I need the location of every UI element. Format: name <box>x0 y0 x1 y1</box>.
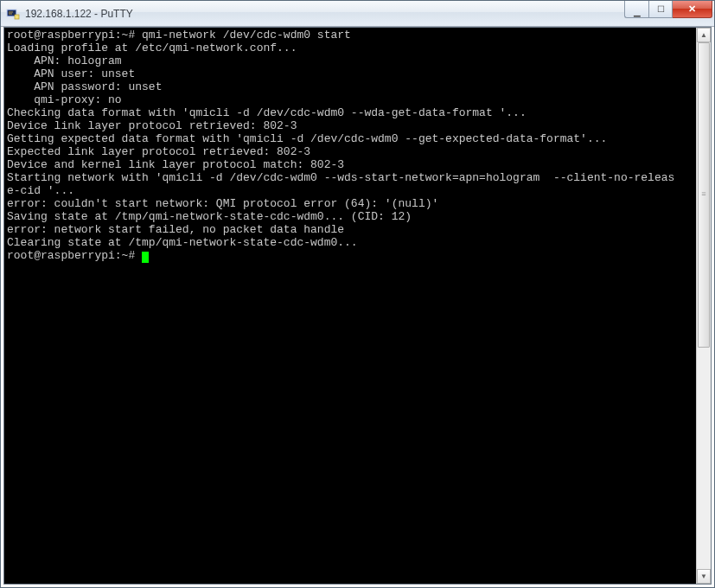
scroll-track[interactable] <box>697 42 711 569</box>
scroll-thumb[interactable] <box>698 42 710 348</box>
terminal-line: Device and kernel link layer protocol ma… <box>7 158 344 171</box>
terminal-line: Expected link layer protocol retrieved: … <box>7 145 310 158</box>
terminal-line: APN password: unset <box>7 80 162 93</box>
client-area: root@raspberrypi:~# qmi-network /dev/cdc… <box>3 27 712 585</box>
window-title: 192.168.1.122 - PuTTY <box>25 8 624 20</box>
close-button[interactable]: ✕ <box>673 1 712 18</box>
terminal-line: e-cid '... <box>7 184 74 197</box>
terminal-line: error: couldn't start network: QMI proto… <box>7 197 438 210</box>
terminal-line: APN user: unset <box>7 67 135 80</box>
maximize-button[interactable]: ☐ <box>648 1 673 18</box>
svg-rect-1 <box>8 10 16 16</box>
svg-rect-2 <box>15 15 19 19</box>
putty-icon <box>6 7 20 21</box>
terminal-line: Checking data format with 'qmicli -d /de… <box>7 106 527 119</box>
minimize-icon: ▁ <box>634 8 641 16</box>
terminal-line: Saving state at /tmp/qmi-network-state-c… <box>7 210 412 223</box>
cursor <box>142 252 149 263</box>
minimize-button[interactable]: ▁ <box>624 1 648 18</box>
scroll-down-button[interactable]: ▼ <box>697 569 711 584</box>
terminal-line: qmi-proxy: no <box>7 93 122 106</box>
scrollbar[interactable]: ▲ ▼ <box>696 28 711 584</box>
terminal-line: Starting network with 'qmicli -d /dev/cd… <box>7 171 674 184</box>
terminal-line: error: network start failed, no packet d… <box>7 223 344 236</box>
terminal[interactable]: root@raspberrypi:~# qmi-network /dev/cdc… <box>4 28 696 584</box>
prompt: root@raspberrypi:~# <box>7 249 142 262</box>
terminal-line: Clearing state at /tmp/qmi-network-state… <box>7 236 358 249</box>
prompt: root@raspberrypi:~# <box>7 29 142 42</box>
close-icon: ✕ <box>688 4 696 14</box>
terminal-line: APN: hologram <box>7 54 122 67</box>
command: qmi-network /dev/cdc-wdm0 start <box>142 29 351 42</box>
scroll-up-button[interactable]: ▲ <box>697 28 711 42</box>
maximize-icon: ☐ <box>657 5 665 14</box>
terminal-line: Loading profile at /etc/qmi-network.conf… <box>7 42 297 54</box>
window-controls: ▁ ☐ ✕ <box>624 1 712 26</box>
terminal-line: Getting expected data format with 'qmicl… <box>7 132 607 145</box>
title-bar[interactable]: 192.168.1.122 - PuTTY ▁ ☐ ✕ <box>1 1 714 27</box>
terminal-line: Device link layer protocol retrieved: 80… <box>7 119 297 132</box>
putty-window: 192.168.1.122 - PuTTY ▁ ☐ ✕ root@raspber… <box>0 0 715 588</box>
